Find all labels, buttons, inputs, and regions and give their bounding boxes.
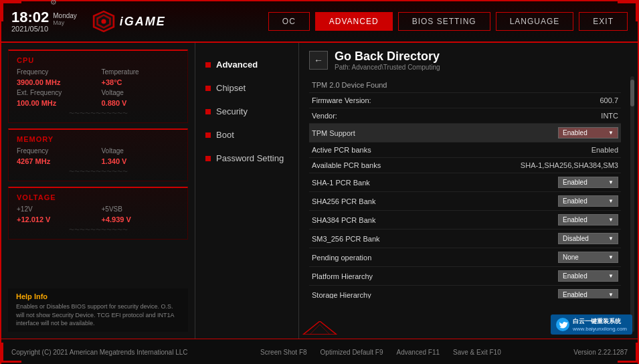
date-display: 2021/05/10 [11, 25, 49, 33]
setting-value[interactable]: None▼ [480, 248, 621, 267]
setting-value[interactable]: Enabled▼ [480, 124, 621, 143]
menu-dot-boot [205, 132, 211, 138]
gear-icon: ⚙ [50, 0, 57, 7]
nav-advanced-button[interactable]: ADVANCED [315, 12, 393, 31]
settings-container[interactable]: TPM 2.0 Device FoundFirmware Version:600… [309, 78, 628, 298]
dropdown-button[interactable]: Enabled▼ [558, 214, 618, 225]
watermark-text-area: 白云一键重装系统 www.baiyunxilong.com [573, 317, 627, 332]
menu-dot-security [205, 109, 211, 114]
igame-logo-icon [92, 9, 116, 33]
cpu-title: CPU [17, 56, 179, 64]
settings-row: Pending operationNone▼ [309, 248, 621, 267]
voltage-title: VOLTAGE [17, 193, 179, 201]
menu-label-boot: Boot [216, 130, 234, 140]
dropdown-button[interactable]: Enabled▼ [558, 127, 618, 139]
scroll-indicator[interactable] [630, 76, 634, 332]
month-display: May [53, 19, 77, 26]
setting-label: Available PCR banks [309, 158, 480, 173]
scroll-thumb [630, 80, 634, 106]
middle-panel: Advanced Chipset Security Boot Password … [195, 43, 299, 339]
svg-point-4 [101, 19, 106, 23]
back-button[interactable]: ← [309, 51, 328, 70]
path-header: ← Go Back Directory Path: Advanced\Trust… [309, 50, 628, 71]
settings-row: TPM 2.0 Device Found [309, 78, 621, 93]
watermark: 白云一键重装系统 www.baiyunxilong.com [551, 314, 632, 335]
corner-decoration-tr [618, 1, 638, 21]
svg-marker-7 [310, 325, 330, 335]
left-panel-bottom: Help Info Enables or Disables BIOS suppo… [8, 245, 188, 332]
setting-value[interactable]: Enabled▼ [480, 267, 621, 286]
nav-language-button[interactable]: LANGUAGE [496, 12, 574, 31]
voltage-grid: +12V +5VSB +12.012 V +4.939 V [17, 205, 179, 223]
menu-item-advanced[interactable]: Advanced [195, 53, 298, 76]
settings-row: SHA256 PCR BankEnabled▼ [309, 192, 621, 211]
menu-item-boot[interactable]: Boot [195, 123, 298, 147]
dropdown-button[interactable]: Enabled▼ [558, 177, 618, 188]
help-text: Enables or Disables BIOS support for sec… [16, 302, 180, 328]
setting-value: Enabled [480, 143, 621, 158]
path-title-area: Go Back Directory Path: Advanced\Trusted… [335, 50, 440, 71]
dropdown-button[interactable]: Enabled▼ [558, 270, 618, 282]
setting-plain-value: SHA-1,SHA256,SHA384,SM3 [521, 161, 618, 169]
watermark-site: www.baiyunxilong.com [573, 326, 627, 332]
settings-row: Platform HierarchyEnabled▼ [309, 267, 621, 286]
setting-value[interactable]: Enabled▼ [480, 286, 621, 299]
settings-row: Firmware Version:600.7 [309, 93, 621, 108]
nav-bios-setting-button[interactable]: BIOS SETTING [398, 12, 490, 31]
memory-grid: Frequency Voltage 4267 MHz 1.340 V [17, 147, 179, 165]
corner-decoration-br [618, 343, 638, 363]
twitter-icon [556, 318, 569, 331]
shortcut-screenshot: Screen Shot F8 [260, 349, 306, 356]
setting-value[interactable]: Enabled▼ [480, 211, 621, 230]
mem-voltage-label: Voltage [102, 147, 180, 155]
mem-freq-label: Frequency [17, 147, 95, 155]
setting-label: Platform Hierarchy [309, 267, 480, 286]
setting-value: INTC [480, 108, 621, 124]
voltage-wavy: 〜〜〜〜〜〜〜〜〜〜〜 [17, 226, 179, 234]
settings-table: TPM 2.0 Device FoundFirmware Version:600… [309, 78, 621, 298]
svg-marker-6 [303, 321, 337, 335]
v5vsb-label: +5VSB [102, 205, 180, 213]
cpu-grid: Frequency Temperature 3900.00 MHz +38°C … [17, 68, 179, 107]
header-nav: OC ADVANCED BIOS SETTING LANGUAGE EXIT [268, 12, 628, 31]
cpu-voltage-value: 0.880 V [102, 99, 180, 107]
mem-voltage-value: 1.340 V [102, 157, 180, 165]
settings-row: SM3_256 PCR BankDisabled▼ [309, 230, 621, 248]
page-title: Go Back Directory [335, 50, 440, 64]
copyright-text: Copyright (C) 2021 American Megatrends I… [11, 349, 187, 356]
right-panel: ← Go Back Directory Path: Advanced\Trust… [299, 43, 638, 339]
setting-label: Active PCR banks [309, 143, 480, 158]
settings-row: TPM SupportEnabled▼ [309, 124, 621, 143]
main-frame: ⚙ 18:02 2021/05/10 Monday May [0, 0, 639, 364]
menu-dot-password [205, 156, 211, 161]
help-area: Help Info Enables or Disables BIOS suppo… [8, 288, 188, 332]
voltage-info-box: VOLTAGE +12V +5VSB +12.012 V +4.939 V 〜〜… [8, 187, 188, 240]
menu-item-password[interactable]: Password Setting [195, 147, 298, 170]
menu-item-chipset[interactable]: Chipset [195, 76, 298, 100]
setting-value[interactable]: Enabled▼ [480, 192, 621, 211]
setting-value[interactable]: Enabled▼ [480, 173, 621, 192]
setting-value[interactable]: Disabled▼ [480, 230, 621, 248]
settings-row: Active PCR banksEnabled [309, 143, 621, 158]
setting-label: SHA-1 PCR Bank [309, 173, 480, 192]
settings-row: SHA384 PCR BankEnabled▼ [309, 211, 621, 230]
settings-row: Available PCR banksSHA-1,SHA256,SHA384,S… [309, 158, 621, 173]
logo-text: iGAME [120, 15, 166, 29]
dropdown-button[interactable]: None▼ [558, 252, 618, 263]
menu-item-security[interactable]: Security [195, 100, 298, 123]
main-content: CPU Frequency Temperature 3900.00 MHz +3… [1, 43, 638, 339]
day-display: Monday [53, 12, 77, 19]
logo-area: iGAME [92, 9, 166, 33]
cpu-ext-freq-label: Ext. Frequency [17, 89, 95, 96]
dropdown-button[interactable]: Disabled▼ [558, 233, 618, 244]
dropdown-button[interactable]: Enabled▼ [558, 289, 618, 298]
v12-label: +12V [17, 205, 95, 213]
setting-value: SHA-1,SHA256,SHA384,SM3 [480, 158, 621, 173]
corner-decoration-bl [1, 343, 21, 363]
watermark-brand: 白云一键重装系统 [573, 317, 621, 326]
setting-label: Storage Hierarchy [309, 286, 480, 299]
nav-oc-button[interactable]: OC [268, 12, 310, 31]
shortcut-optimized: Optimized Default F9 [321, 349, 383, 356]
menu-dot-advanced [205, 62, 211, 68]
dropdown-button[interactable]: Enabled▼ [558, 195, 618, 207]
